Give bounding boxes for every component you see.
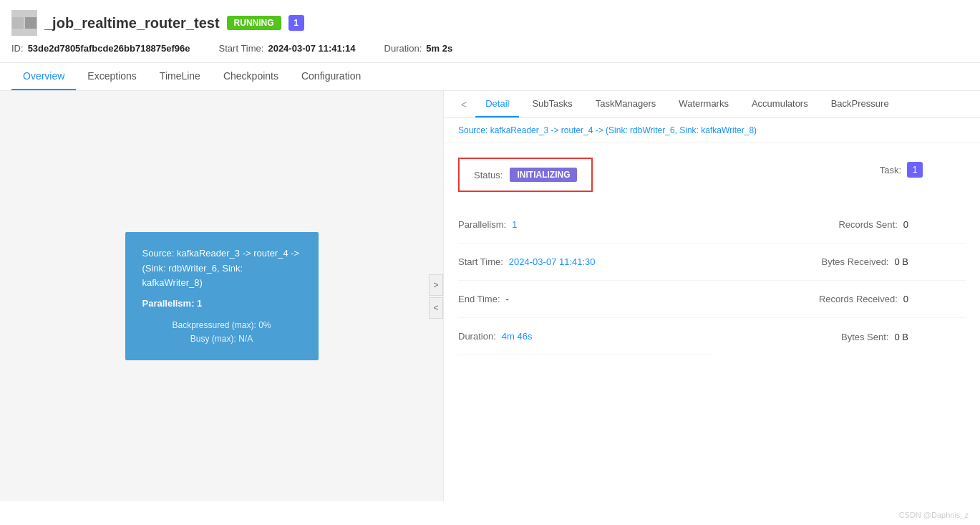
sub-tab-detail[interactable]: Detail (475, 91, 519, 117)
sub-tab-prev-btn[interactable]: < (455, 99, 472, 110)
start-time-value: 2024-03-07 11:41:14 (268, 43, 355, 54)
bytes-sent-row: Bytes Sent: 0 B (712, 318, 966, 355)
collapse-left-btn[interactable]: < (429, 297, 443, 319)
running-badge: RUNNING (227, 16, 281, 30)
node-card[interactable]: Source: kafkaReader_3 -> router_4 -> (Si… (125, 232, 319, 361)
detail-start-time-value: 2024-03-07 11:41:30 (509, 256, 596, 267)
sub-tabs: < Detail SubTasks TaskManagers Watermark… (444, 91, 980, 118)
node-card-busy: Busy (max): N/A (142, 332, 301, 346)
status-box: Status: INITIALIZING (458, 158, 593, 192)
duration: Duration: 5m 2s (384, 43, 453, 54)
task-label: Task: (880, 165, 901, 175)
main-content: Source: kafkaReader_3 -> router_4 -> (Si… (0, 91, 980, 501)
detail-grid: Parallelism: 1 Records Sent: 0 Start Tim… (444, 199, 980, 362)
detail-duration-label: Duration: (458, 331, 496, 342)
duration-label: Duration: (384, 43, 422, 54)
title-row: _job_realtime_router_test RUNNING 1 (11, 10, 969, 36)
tab-configuration[interactable]: Configuration (290, 63, 372, 90)
bytes-received-label: Bytes Received: (822, 256, 889, 267)
parallelism-label: Parallelism: (458, 219, 506, 230)
records-sent-row: Records Sent: 0 (712, 206, 966, 244)
breadcrumb: Source: kafkaReader_3 -> router_4 -> (Si… (444, 118, 980, 143)
status-value: INITIALIZING (510, 168, 577, 182)
id-value: 53de2d7805fafbcde26bb718875ef96e (28, 43, 190, 54)
start-time-label: Start Time: (219, 43, 264, 54)
job-id: ID: 53de2d7805fafbcde26bb718875ef96e (11, 43, 190, 54)
avatar (11, 10, 37, 36)
bytes-sent-label: Bytes Sent: (841, 332, 888, 342)
footer-watermark: CSDN @Daphnis_z (899, 511, 969, 519)
detail-start-time-label: Start Time: (458, 256, 503, 267)
sub-tab-watermarks[interactable]: Watermarks (669, 91, 739, 117)
duration-value: 5m 2s (426, 43, 452, 54)
sub-tab-taskmanagers[interactable]: TaskManagers (586, 91, 666, 117)
job-name: _job_realtime_router_test (44, 15, 220, 32)
header-meta: ID: 53de2d7805fafbcde26bb718875ef96e Sta… (11, 43, 969, 54)
end-time-row: End Time: - (458, 281, 712, 318)
id-label: ID: (11, 43, 24, 54)
start-time-row: Start Time: 2024-03-07 11:41:30 (458, 244, 712, 281)
left-panel: Source: kafkaReader_3 -> router_4 -> (Si… (0, 91, 444, 501)
start-time: Start Time: 2024-03-07 11:41:14 (219, 43, 356, 54)
right-panel: < Detail SubTasks TaskManagers Watermark… (444, 91, 980, 501)
node-card-backpressured: Backpressured (max): 0% (142, 319, 301, 332)
node-card-title: Source: kafkaReader_3 -> router_4 -> (Si… (142, 246, 301, 291)
records-received-value: 0 (903, 294, 908, 304)
task-value: 1 (907, 162, 923, 178)
task-count-badge: 1 (288, 15, 304, 31)
expand-right-btn[interactable]: > (429, 274, 443, 296)
records-sent-label: Records Sent: (838, 219, 897, 230)
detail-duration-value: 4m 46s (502, 331, 533, 342)
tab-overview[interactable]: Overview (11, 63, 76, 90)
records-received-row: Records Received: 0 (712, 281, 966, 318)
collapse-toggle: > < (429, 274, 443, 319)
node-card-parallelism: Parallelism: 1 (142, 297, 301, 312)
tab-timeline[interactable]: TimeLine (148, 63, 212, 90)
tab-exceptions[interactable]: Exceptions (76, 63, 147, 90)
tab-checkpoints[interactable]: Checkpoints (212, 63, 290, 90)
sub-tab-backpressure[interactable]: BackPressure (821, 91, 899, 117)
duration-row: Duration: 4m 46s (458, 318, 712, 355)
bytes-sent-value: 0 B (894, 332, 908, 342)
records-received-label: Records Received: (819, 294, 898, 304)
end-time-label: End Time: (458, 294, 500, 304)
records-sent-value: 0 (903, 219, 908, 230)
header: _job_realtime_router_test RUNNING 1 ID: … (0, 0, 980, 63)
sub-tab-accumulators[interactable]: Accumulators (742, 91, 818, 117)
parallelism-row: Parallelism: 1 (458, 206, 712, 244)
main-tabs: Overview Exceptions TimeLine Checkpoints… (0, 63, 980, 91)
sub-tab-subtasks[interactable]: SubTasks (522, 91, 582, 117)
bytes-received-value: 0 B (894, 256, 908, 267)
status-label: Status: (474, 170, 503, 180)
bytes-received-row: Bytes Received: 0 B (712, 244, 966, 281)
parallelism-value: 1 (512, 219, 517, 230)
end-time-value: - (506, 294, 509, 304)
